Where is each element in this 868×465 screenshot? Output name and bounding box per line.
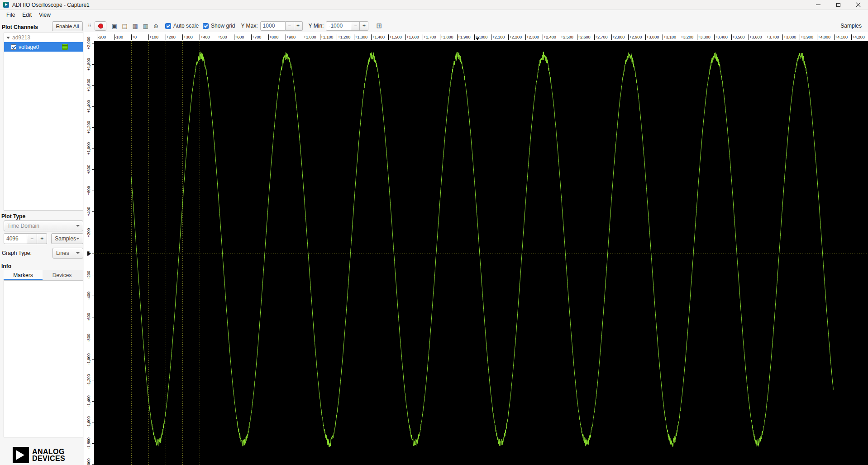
plot-type-dropdown[interactable]: Time Domain — [4, 221, 83, 231]
sample-count-increment-button[interactable]: + — [37, 233, 47, 244]
close-icon — [856, 2, 861, 7]
x-tick-label: +3,800 — [782, 34, 796, 40]
list-icon: ▤ — [122, 23, 127, 29]
y-min-group: Y Min: − + — [309, 21, 369, 31]
y-tickmark — [92, 254, 94, 254]
x-tick-label: +400 — [200, 34, 210, 40]
adi-logo-text: ANALOG DEVICES — [32, 448, 65, 462]
sample-count-input[interactable] — [4, 233, 27, 244]
x-axis-marker[interactable] — [476, 38, 479, 40]
y-tickmark — [92, 85, 94, 86]
tab-devices[interactable]: Devices — [43, 270, 81, 280]
y-tickmark — [92, 338, 94, 338]
x-tick-label: +800 — [268, 34, 278, 40]
y-min-increment-button[interactable]: + — [360, 21, 368, 31]
grip-handle-icon[interactable]: ⠿ — [88, 23, 91, 29]
y-tickmark — [92, 233, 94, 233]
samples-unit-dropdown[interactable]: Samples — [51, 233, 83, 244]
plot-area[interactable]: -200-100+0+100+200+300+400+500+600+700+8… — [84, 32, 868, 465]
x-tick-label: +300 — [182, 34, 192, 40]
x-tick-label: +1,400 — [371, 34, 385, 40]
y-tick-label: +800 — [86, 165, 91, 174]
plot-type-label: Plot Type — [1, 213, 25, 220]
y-tickmark — [92, 380, 94, 380]
show-grid-checkbox[interactable] — [203, 23, 209, 29]
y-tick-label: +1,400 — [86, 100, 91, 113]
minimize-icon — [816, 5, 820, 5]
fit-button[interactable]: ⊕ — [151, 21, 161, 31]
screenshot-button[interactable]: ▣ — [110, 21, 119, 31]
fit-icon: ⊕ — [153, 23, 158, 29]
y-tickmark — [92, 464, 94, 465]
tree-channel-row[interactable]: voltage0 — [4, 42, 83, 52]
auto-scale-group: Auto scale — [165, 23, 199, 29]
x-tick-label: +1,900 — [457, 34, 471, 40]
x-tick-label: +600 — [234, 34, 244, 40]
y-max-decrement-button[interactable]: − — [286, 21, 294, 31]
show-grid-group: Show grid — [203, 23, 235, 29]
tree-device-row[interactable]: ad9213 — [4, 33, 83, 42]
capture-button[interactable] — [95, 21, 106, 31]
expander-icon[interactable] — [6, 37, 10, 39]
list-view-button[interactable]: ▤ — [120, 21, 129, 31]
channel-settings-icon[interactable] — [62, 44, 68, 50]
menu-item-view[interactable]: View — [35, 11, 54, 19]
x-tick-label: +1,500 — [388, 34, 402, 40]
new-plot-icon: ⊞ — [377, 22, 382, 30]
window-controls — [808, 0, 868, 10]
x-tick-label: +3,900 — [800, 34, 813, 40]
y-tick-label: +200 — [86, 228, 91, 237]
sample-count-row: − + Samples — [4, 233, 83, 244]
y-tickmark — [92, 106, 94, 107]
info-label: Info — [1, 263, 11, 269]
x-tick-label: +0 — [131, 34, 137, 40]
samples-corner-label: Samples — [840, 23, 862, 29]
grid-icon: ▦ — [132, 23, 138, 29]
channel-checkbox[interactable] — [11, 44, 16, 50]
menu-item-edit[interactable]: Edit — [19, 11, 35, 19]
tab-markers[interactable]: Markers — [4, 270, 43, 280]
x-tick-label: +2,700 — [594, 34, 608, 40]
y-tickmark — [92, 169, 94, 170]
y-max-increment-button[interactable]: + — [294, 21, 303, 31]
x-tick-label: +2,100 — [491, 34, 505, 40]
y-zero-marker[interactable] — [87, 251, 91, 256]
y-tick-label: -600 — [86, 312, 91, 321]
waveform-plot[interactable] — [94, 41, 868, 465]
x-tick-label: -200 — [97, 34, 106, 40]
x-tick-label: +2,400 — [543, 34, 556, 40]
y-max-input[interactable] — [260, 21, 286, 31]
y-tickmark — [92, 211, 94, 212]
y-min-input[interactable] — [326, 21, 351, 31]
show-grid-label: Show grid — [211, 23, 235, 29]
y-tick-label: -400 — [86, 292, 91, 300]
menu-item-file[interactable]: File — [3, 11, 19, 19]
auto-scale-checkbox[interactable] — [165, 23, 171, 29]
graph-type-dropdown[interactable]: Lines — [52, 248, 83, 259]
x-tick-label: +3,600 — [749, 34, 762, 40]
minimize-button[interactable] — [808, 0, 828, 10]
grid-view-button[interactable]: ▦ — [130, 21, 140, 31]
x-tick-label: +700 — [251, 34, 261, 40]
app-icon — [3, 2, 9, 8]
columns-view-button[interactable]: ▥ — [141, 21, 150, 31]
x-tick-label: +3,000 — [645, 34, 659, 40]
title-bar[interactable]: ADI IIO Oscilloscope - Capture1 — [0, 0, 868, 10]
close-button[interactable] — [848, 0, 868, 10]
y-tickmark — [92, 422, 94, 422]
y-tickmark — [92, 401, 94, 402]
x-tick-label: +1,700 — [423, 34, 436, 40]
enable-all-button[interactable]: Enable All — [52, 21, 83, 31]
maximize-button[interactable] — [828, 0, 848, 10]
x-tick-label: +3,500 — [731, 34, 745, 40]
sample-count-decrement-button[interactable]: − — [27, 233, 37, 244]
y-min-decrement-button[interactable]: − — [351, 21, 360, 31]
toolbar: ⠿ ▣ ▤ ▦ ▥ ⊕ Auto scale Show grid Y Max: … — [84, 20, 868, 32]
x-tick-label: +3,700 — [766, 34, 779, 40]
new-plot-button[interactable]: ⊞ — [374, 21, 384, 31]
adi-logo: ANALOG DEVICES — [13, 447, 65, 463]
y-tickmark — [92, 43, 94, 43]
record-icon — [98, 24, 103, 29]
y-tick-label: -800 — [86, 334, 91, 342]
y-tickmark — [92, 149, 94, 149]
